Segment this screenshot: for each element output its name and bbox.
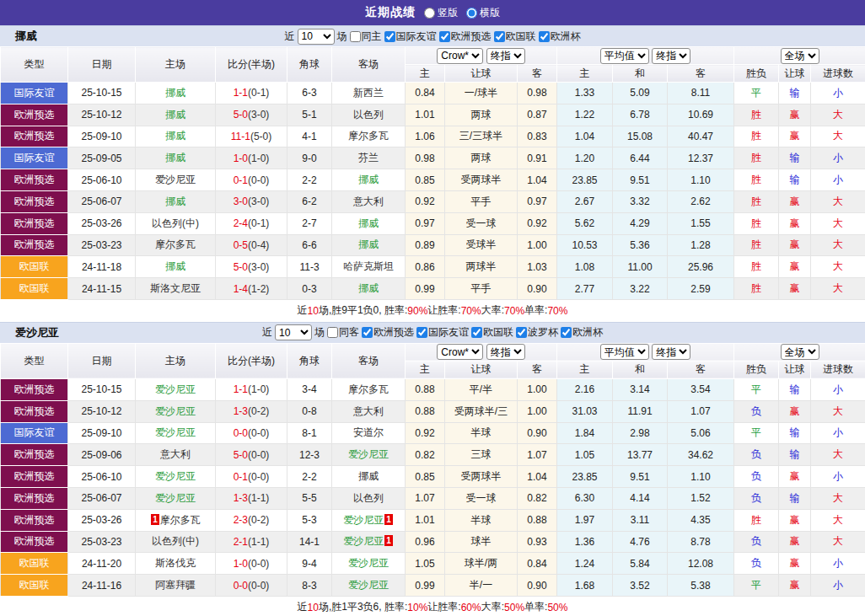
fulltime-score: 0-1	[234, 471, 248, 483]
outcome-text: 大	[833, 238, 843, 250]
league-filter[interactable]: 欧洲杯	[561, 325, 603, 340]
league-checkbox[interactable]	[362, 327, 373, 338]
corner-score: 5-5	[287, 487, 332, 509]
summary-line: 近10场,胜9平1负0, 胜率:90% 让胜率:70% 大率:70% 单率:70…	[0, 300, 865, 322]
avg-home-odds: 1.33	[557, 83, 613, 104]
scope-select[interactable]: 全场	[781, 344, 819, 360]
league-checkbox[interactable]	[439, 31, 450, 42]
avg-away-odds: 1.52	[668, 487, 734, 509]
match-date: 25-10-12	[68, 104, 136, 126]
outcome-text: 赢	[790, 130, 800, 142]
competition-type-badge: 欧洲预选	[1, 531, 68, 553]
team-name-text: 芬兰	[358, 152, 379, 163]
horizontal-layout-radio[interactable]	[466, 8, 477, 19]
result-row: 欧洲预选 25-03-26 以色列(中) 2-4(0-1) 2-7 挪威 0.9…	[1, 212, 865, 234]
outcome-text: 平	[751, 87, 761, 99]
outcome-text: 胜	[751, 217, 761, 229]
corner-score: 8-1	[287, 422, 332, 444]
outcome-text: 小	[833, 174, 843, 185]
final-odds-select[interactable]: 终指	[486, 48, 525, 64]
odds-away-value: 0.88	[518, 509, 557, 531]
odds-handicap-value: 球半	[445, 531, 518, 553]
same-venue-checkbox[interactable]	[350, 31, 361, 42]
vertical-layout-radio[interactable]	[424, 8, 435, 19]
league-filter[interactable]: 欧洲预选	[362, 325, 414, 340]
average-select[interactable]: 平均值	[600, 344, 649, 360]
corner-score: 6-3	[287, 83, 332, 104]
col-handicap-home: 主	[406, 65, 445, 83]
col-home: 主场	[136, 343, 216, 378]
odds-away-value: 1.04	[518, 169, 557, 191]
col-result-wdl: 胜负	[734, 65, 779, 83]
match-date: 25-10-15	[68, 83, 136, 104]
outcome-text: 输	[790, 87, 800, 99]
avg-away-odds: 25.96	[668, 256, 734, 278]
league-filter[interactable]: 国际友谊	[416, 325, 469, 340]
corner-score: 14-1	[287, 531, 332, 553]
league-filter[interactable]: 波罗杯	[516, 325, 558, 340]
same-venue-label: 同主	[362, 29, 382, 44]
fulltime-score: 2-4	[234, 217, 248, 229]
avg-away-odds: 10.69	[668, 104, 734, 126]
same-venue-checkbox[interactable]	[327, 327, 338, 338]
home-team: 意大利	[136, 444, 216, 466]
league-checkbox[interactable]	[416, 327, 427, 338]
home-team: 爱沙尼亚	[136, 422, 216, 444]
match-count-select[interactable]: 10	[298, 29, 335, 45]
same-venue-filter[interactable]: 同主	[350, 29, 382, 44]
league-filter[interactable]: 欧国联	[471, 325, 513, 340]
odds-source-select[interactable]: Crow*	[437, 48, 483, 64]
result-goals-value: 大	[811, 400, 865, 422]
scope-select[interactable]: 全场	[781, 48, 819, 64]
summary-stat-value: 50%	[504, 602, 524, 613]
recent-results-panel: 近期战绩 竖版 横版 挪威 近 10 场 同主 国际友谊欧洲预选欧国联欧洲杯	[0, 0, 865, 616]
same-venue-filter[interactable]: 同客	[327, 325, 359, 340]
average-select[interactable]: 平均值	[600, 48, 649, 64]
league-filter[interactable]: 国际友谊	[384, 29, 437, 44]
avg-away-odds: 1.10	[668, 169, 734, 191]
final-average-select[interactable]: 终指	[652, 48, 690, 64]
match-count-select[interactable]: 10	[275, 324, 312, 340]
avg-draw-odds: 11.91	[613, 400, 668, 422]
league-filter[interactable]: 欧洲预选	[439, 29, 492, 44]
halftime-score: (0-0)	[248, 174, 269, 186]
team-name-text: 哈萨克斯坦	[343, 260, 394, 272]
team-name-text: 挪威	[165, 87, 185, 99]
league-checkbox[interactable]	[539, 31, 550, 42]
competition-type-badge: 欧洲预选	[1, 234, 68, 256]
fulltime-score: 0-0	[234, 427, 248, 439]
team-name-text: 挪威	[165, 152, 185, 163]
league-filter[interactable]: 欧洲杯	[539, 29, 581, 44]
outcome-text: 大	[833, 535, 843, 547]
competition-type-badge: 欧国联	[1, 553, 68, 575]
score-cell: 1-4(1-2)	[216, 278, 287, 300]
team-name-text: 爱沙尼亚	[155, 470, 196, 482]
corner-score: 11-3	[287, 256, 332, 278]
halftime-score: (0-2)	[248, 514, 269, 526]
final-average-select[interactable]: 终指	[652, 344, 690, 360]
avg-draw-odds: 5.36	[613, 234, 668, 256]
odds-handicap-value: 两球	[445, 104, 518, 126]
league-checkbox[interactable]	[516, 327, 527, 338]
average-odds-cell: 平均值 终指	[557, 47, 734, 65]
team-name-text: 意大利	[353, 196, 384, 207]
league-checkbox[interactable]	[384, 31, 395, 42]
team-name-text: 挪威	[358, 470, 379, 482]
layout-option-vertical[interactable]: 竖版	[424, 6, 458, 20]
odds-source-select[interactable]: Crow*	[437, 344, 483, 360]
result-wdl-value: 负	[734, 487, 779, 509]
league-checkbox[interactable]	[471, 327, 482, 338]
fulltime-score: 3-0	[234, 196, 248, 207]
score-cell: 5-0(0-0)	[216, 444, 287, 466]
avg-away-odds: 34.62	[668, 444, 734, 466]
result-row: 欧国联 24-11-16 阿塞拜疆 0-0(0-0) 8-3 爱沙尼亚 0.99…	[1, 575, 865, 597]
halftime-score: (0-0)	[248, 580, 269, 592]
league-checkbox[interactable]	[561, 327, 572, 338]
layout-option-horizontal[interactable]: 横版	[466, 6, 500, 20]
result-goals-value: 大	[811, 531, 865, 553]
odds-home-value: 0.92	[406, 190, 445, 212]
league-label: 国际友谊	[396, 29, 437, 44]
league-checkbox[interactable]	[494, 31, 505, 42]
league-filter[interactable]: 欧国联	[494, 29, 536, 44]
final-odds-select[interactable]: 终指	[486, 344, 525, 360]
